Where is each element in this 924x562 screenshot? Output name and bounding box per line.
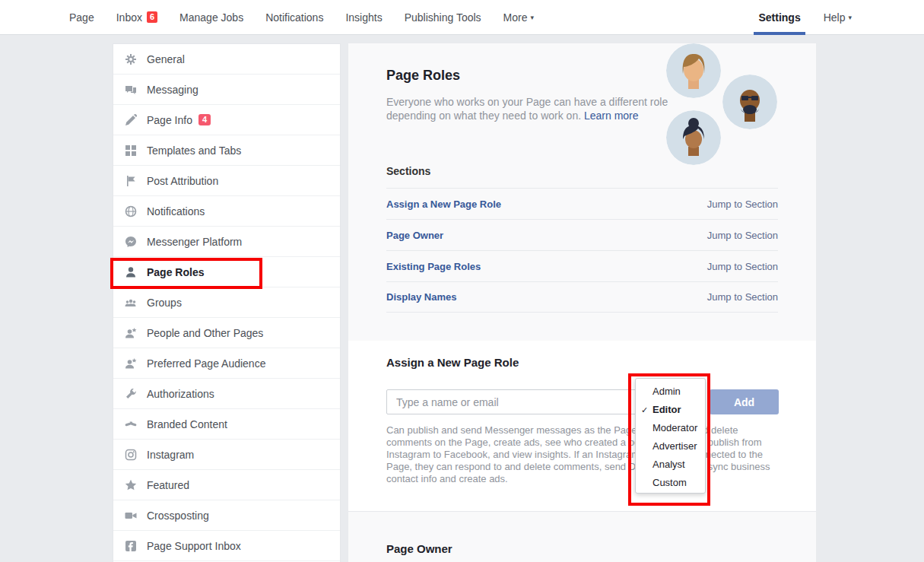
sidebar-item-featured[interactable]: Featured [113, 470, 340, 500]
nav-item-inbox[interactable]: Inbox 6 [116, 0, 157, 34]
messenger-icon [125, 236, 137, 248]
assign-section-title: Assign a New Page Role [386, 356, 519, 369]
jump-to-section-link[interactable]: Jump to Section [707, 198, 778, 210]
sidebar-item-messaging[interactable]: Messaging [113, 75, 340, 105]
role-option-label: Editor [653, 404, 681, 415]
section-row-existing-page-roles: Existing Page Roles Jump to Section [386, 250, 778, 281]
grid-icon [125, 144, 137, 157]
jump-to-section-link[interactable]: Jump to Section [707, 291, 778, 303]
sidebar-item-label: Messaging [147, 84, 198, 96]
add-button[interactable]: Add [710, 389, 779, 414]
nav-right: Settings Help ▾ [758, 0, 852, 34]
person-icon [125, 266, 137, 278]
sidebar-item-label: Branded Content [147, 418, 227, 430]
wrench-icon [125, 388, 137, 400]
sidebar-item-crossposting[interactable]: Crossposting [113, 500, 340, 531]
caret-down-icon: ▾ [530, 14, 534, 21]
sections-header: Sections [386, 165, 430, 177]
role-description: Can publish and send Messenger messages … [386, 424, 782, 485]
role-option-advertiser[interactable]: Advertiser [636, 437, 705, 456]
star-icon [125, 479, 137, 491]
person-star-icon [125, 357, 137, 370]
sidebar-item-label: General [147, 53, 185, 65]
nav-label: Page [69, 11, 94, 24]
sidebar-item-label: Preferred Page Audience [147, 357, 265, 370]
avatar [722, 75, 777, 129]
learn-more-link[interactable]: Learn more [584, 110, 639, 122]
nav-label: Notifications [265, 11, 323, 24]
inbox-count-badge: 6 [147, 11, 157, 23]
nav-label: Manage Jobs [179, 11, 243, 24]
section-row-display-names: Display Names Jump to Section [386, 281, 778, 313]
sidebar-item-label: Post Attribution [147, 175, 218, 187]
nav-item-publishing-tools[interactable]: Publishing Tools [405, 0, 481, 34]
nav-item-insights[interactable]: Insights [345, 0, 382, 34]
nav-label: Settings [758, 11, 800, 24]
role-dropdown-menu: Admin ✓ Editor Moderator Advertiser Anal… [635, 378, 706, 494]
nav-label: Inbox [116, 11, 142, 24]
nav-item-page[interactable]: Page [69, 0, 94, 34]
section-row-page-owner: Page Owner Jump to Section [386, 219, 778, 250]
nav-label: More [503, 11, 528, 24]
page-owner-section: Page Owner [348, 511, 816, 562]
check-icon: ✓ [641, 401, 648, 419]
pencil-icon [125, 114, 137, 126]
sidebar-item-label: Page Roles [147, 266, 204, 278]
facebook-page-settings: Page Inbox 6 Manage Jobs Notifications I… [0, 0, 924, 562]
jump-to-section-link[interactable]: Jump to Section [707, 261, 778, 272]
avatar [666, 110, 721, 165]
sidebar-item-page-info[interactable]: Page Info 4 [113, 105, 340, 135]
sidebar-item-notifications[interactable]: Notifications [113, 196, 340, 227]
sidebar-item-instagram[interactable]: Instagram [113, 440, 340, 470]
section-link[interactable]: Display Names [386, 291, 457, 303]
video-camera-icon [125, 510, 137, 522]
page-description: Everyone who works on your Page can have… [386, 95, 681, 122]
globe-icon [125, 205, 137, 217]
jump-to-section-link[interactable]: Jump to Section [707, 230, 778, 241]
sidebar-item-preferred-page-audience[interactable]: Preferred Page Audience [113, 348, 340, 379]
role-option-editor[interactable]: ✓ Editor [636, 401, 705, 419]
nav-label: Help [824, 11, 846, 24]
sidebar-item-messenger-platform[interactable]: Messenger Platform [113, 227, 340, 257]
assign-new-page-role-section: Assign a New Page Role Add Can publish a… [348, 341, 816, 511]
page-info-count-badge: 4 [198, 114, 211, 125]
sidebar-item-authorizations[interactable]: Authorizations [113, 379, 340, 409]
people-icon [125, 297, 137, 309]
role-option-analyst[interactable]: Analyst [636, 456, 705, 474]
section-link[interactable]: Page Owner [386, 230, 443, 241]
nav-item-manage-jobs[interactable]: Manage Jobs [179, 0, 243, 34]
sidebar-item-label: Featured [147, 479, 189, 491]
page-owner-title: Page Owner [386, 542, 452, 555]
sidebar-item-label: Crossposting [147, 510, 209, 522]
gear-icon [125, 53, 137, 65]
role-option-admin[interactable]: Admin [636, 383, 705, 401]
page-roles-overview-section: Page Roles Everyone who works on your Pa… [348, 43, 816, 341]
sidebar-item-branded-content[interactable]: Branded Content [113, 409, 340, 440]
section-link[interactable]: Assign a New Page Role [386, 198, 501, 210]
avatar [666, 43, 721, 98]
nav-label: Insights [345, 11, 382, 24]
nav-item-notifications[interactable]: Notifications [265, 0, 323, 34]
page-title: Page Roles [386, 68, 460, 84]
chat-icon [125, 84, 137, 96]
sidebar-item-label: People and Other Pages [147, 327, 263, 339]
caret-down-icon: ▾ [848, 14, 852, 21]
section-row-assign-new-page-role: Assign a New Page Role Jump to Section [386, 188, 778, 219]
sidebar-item-page-support-inbox[interactable]: Page Support Inbox [113, 531, 340, 561]
handshake-icon [125, 418, 137, 430]
nav-item-settings[interactable]: Settings [758, 0, 800, 34]
flag-icon [125, 175, 137, 187]
nav-item-more[interactable]: More ▾ [503, 0, 534, 34]
sidebar-item-page-roles[interactable]: Page Roles [113, 257, 340, 287]
instagram-icon [125, 449, 137, 461]
sidebar-item-groups[interactable]: Groups [113, 287, 340, 318]
sidebar-item-people-and-other-pages[interactable]: People and Other Pages [113, 318, 340, 348]
sidebar-item-templates-and-tabs[interactable]: Templates and Tabs [113, 135, 340, 166]
sidebar-item-general[interactable]: General [113, 44, 340, 75]
nav-item-help[interactable]: Help ▾ [824, 0, 852, 34]
role-option-moderator[interactable]: Moderator [636, 419, 705, 437]
section-link[interactable]: Existing Page Roles [386, 261, 481, 272]
role-option-custom[interactable]: Custom [636, 474, 705, 492]
sidebar-item-post-attribution[interactable]: Post Attribution [113, 166, 340, 196]
sidebar-item-label: Page Support Inbox [147, 540, 241, 552]
